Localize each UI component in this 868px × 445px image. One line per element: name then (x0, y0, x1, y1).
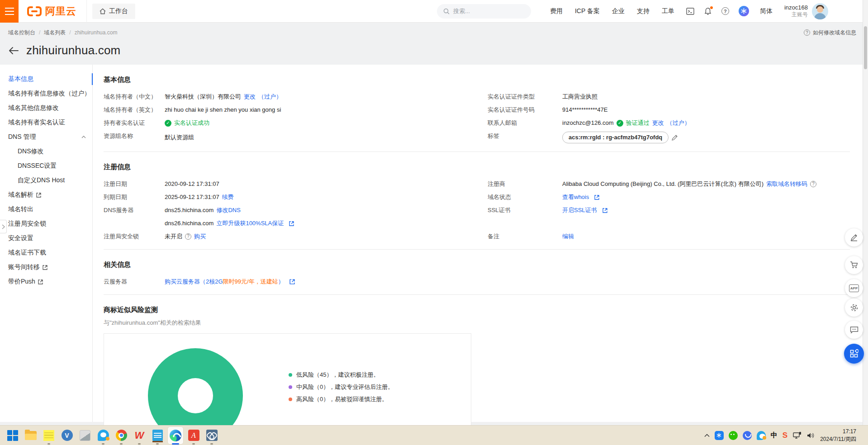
topbar-menu: 费用 ICP 备案 企业 支持 工单 (550, 7, 674, 15)
buy-lock-link[interactable]: 购买 (194, 232, 206, 241)
sticky-notes-button[interactable] (40, 426, 58, 445)
modify-domain-help-link[interactable]: ? 如何修改域名信息 (804, 29, 856, 37)
edit-remark-link[interactable]: 编辑 (562, 232, 574, 241)
sidebar-item-holder-realname[interactable]: 域名持有者实名认证 (0, 115, 92, 130)
topbar-menu-support[interactable]: 支持 (637, 7, 650, 15)
breadcrumb-domain-list[interactable]: 域名列表 (44, 29, 66, 37)
dns-server-1: dns25.hichina.com 修改DNS (165, 206, 488, 215)
search-input[interactable]: 搜索... (437, 4, 531, 19)
notepad-app-button[interactable] (148, 426, 166, 445)
survey-button[interactable] (845, 228, 863, 246)
sidebar-item-domain-transfer-out[interactable]: 域名转出 (0, 202, 92, 217)
buy-ecs-link[interactable]: 购买云服务器（2核2G限时99元/年，送建站） (165, 277, 284, 286)
field-label: 资源组名称 (104, 132, 165, 143)
v-app-button[interactable]: V (58, 426, 76, 445)
ime-indicator[interactable]: 中 (771, 431, 778, 440)
hamburger-menu-button[interactable] (0, 0, 19, 23)
get-transfer-code-link[interactable]: 索取域名转移码 (766, 180, 807, 189)
sidebar-item-push-with-price[interactable]: 带价Push (0, 275, 92, 289)
question-circle-icon[interactable]: ? (185, 233, 191, 240)
tray-aliyun-app-icon[interactable] (715, 431, 724, 440)
app-center-icon[interactable] (739, 6, 749, 16)
topbar-menu-icp[interactable]: ICP 备案 (575, 7, 600, 15)
question-circle-icon[interactable]: ? (810, 181, 816, 187)
chrome-button[interactable] (112, 426, 130, 445)
back-arrow-icon[interactable] (8, 46, 19, 55)
sidebar-item-holder-info-change[interactable]: 域名持有者信息修改（过户） (0, 86, 92, 101)
aliyun-logo[interactable]: 阿里云 (19, 0, 86, 23)
field-label: 云服务器 (104, 277, 165, 286)
external-link-icon (36, 193, 41, 198)
sidebar-item-dnssec[interactable]: DNSSEC设置 (0, 159, 92, 173)
sidebar-item-other-info-change[interactable]: 域名其他信息修改 (0, 101, 92, 115)
field-label (488, 277, 562, 286)
network-icon[interactable] (792, 431, 802, 440)
settings-button[interactable] (845, 298, 863, 317)
tray-qq-icon[interactable] (757, 431, 766, 440)
qq-button[interactable] (94, 426, 112, 445)
edit-tag-pencil-icon[interactable] (671, 134, 678, 141)
transfer-email-link[interactable]: （过户） (667, 118, 690, 128)
workbench-button[interactable]: 工作台 (92, 4, 135, 19)
sidebar-collapse-handle[interactable] (0, 220, 7, 233)
avatar[interactable] (812, 3, 828, 19)
edge-button[interactable] (166, 426, 185, 445)
photos-app-button[interactable] (76, 426, 94, 445)
external-link-icon (602, 208, 607, 213)
change-email-link[interactable]: 更改 (652, 118, 664, 128)
red-a-app-button[interactable]: A (185, 426, 203, 445)
topbar-menu-billing[interactable]: 费用 (550, 7, 563, 15)
topbar-menu-tickets[interactable]: 工单 (662, 7, 674, 15)
sidebar-item-security-settings[interactable]: 安全设置 (0, 231, 92, 246)
sidebar-item-basic-info[interactable]: 基本信息 (0, 72, 92, 86)
sidebar-item-dns-modify[interactable]: DNS修改 (0, 144, 92, 159)
vertical-scrollbar[interactable] (863, 0, 868, 425)
sogou-input-icon[interactable]: S (783, 431, 787, 440)
taskbar-clock[interactable]: 17:17 2024/7/11/周四 (820, 428, 856, 443)
account-menu[interactable]: inzoc168 主账号 (784, 3, 828, 19)
sidebar-item-account-transfer[interactable]: 账号间转移 (0, 260, 92, 275)
view-whois-link[interactable]: 查看whois (562, 193, 589, 202)
cart-button[interactable] (845, 256, 863, 274)
start-button[interactable] (4, 426, 22, 445)
cloudshell-icon[interactable] (686, 7, 694, 15)
field-label: 注册日期 (104, 180, 165, 189)
account-text: inzoc168 主账号 (784, 4, 808, 18)
sidebar-item-dns-resolution[interactable]: 域名解析 (0, 188, 92, 202)
enable-ssl-link[interactable]: 开启SSL证书 (562, 206, 597, 215)
holder-en-value: zhi huo chai ke ji shen zhen you xian go… (165, 105, 488, 114)
volume-icon[interactable] (806, 432, 815, 439)
help-icon[interactable]: ? (721, 7, 729, 15)
search-icon (443, 8, 450, 14)
file-explorer-button[interactable] (22, 426, 40, 445)
field-label: 持有者实名认证 (104, 118, 165, 128)
quick-tools-button[interactable] (844, 344, 864, 364)
sidebar-item-certificate-download[interactable]: 域名证书下载 (0, 246, 92, 260)
transfer-holder-link[interactable]: （过户） (258, 92, 282, 101)
feedback-button[interactable] (845, 321, 863, 339)
empty-cell (562, 277, 850, 286)
scrollbar-thumb[interactable] (864, 26, 867, 69)
change-holder-link[interactable]: 更改 (244, 92, 256, 101)
wps-button[interactable]: W (130, 426, 148, 445)
breadcrumb-domain-console[interactable]: 域名控制台 (8, 29, 35, 37)
photos-app-icon (80, 430, 90, 441)
language-switch[interactable]: 简体 (760, 7, 773, 15)
chain-app-button[interactable] (203, 426, 221, 445)
upgrade-sla-link[interactable]: 立即升级获100%SLA保证 (216, 219, 284, 228)
notifications-bell-icon[interactable] (704, 7, 712, 15)
tray-chevron-up-icon[interactable] (704, 434, 710, 437)
renew-link[interactable]: 续费 (222, 193, 234, 202)
modify-dns-link[interactable]: 修改DNS (216, 206, 240, 215)
sidebar-item-custom-dns-host[interactable]: 自定义DNS Host (0, 173, 92, 188)
sidebar-item-registry-lock[interactable]: 注册局安全锁 (0, 217, 92, 231)
sidebar-item-dns-management[interactable]: DNS 管理 (0, 130, 92, 144)
check-circle-icon: ✓ (165, 120, 171, 127)
realname-status: ✓ 实名认证成功 (165, 118, 488, 128)
tray-messenger-icon[interactable] (743, 431, 752, 440)
mobile-app-button[interactable]: APP (845, 279, 863, 297)
tray-wechat-icon[interactable] (729, 431, 738, 440)
topbar-menu-enterprise[interactable]: 企业 (612, 7, 625, 15)
page-title: zhihuirunhua.com (26, 43, 120, 57)
sidebar: 基本信息 域名持有者信息修改（过户） 域名其他信息修改 域名持有者实名认证 DN… (0, 65, 93, 422)
